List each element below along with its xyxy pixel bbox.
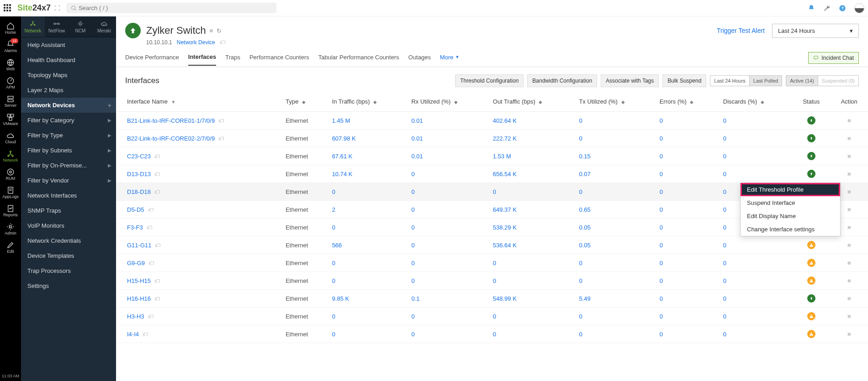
ctx-edit-display-name[interactable]: Edit Display Name <box>741 209 840 223</box>
row-action-icon[interactable]: ≡ <box>847 135 851 142</box>
threshold-config-button[interactable]: Threshold Configuration <box>455 74 524 87</box>
iconbar-cloud[interactable]: Cloud <box>0 129 21 147</box>
device-type-link[interactable]: Network Device <box>177 39 215 46</box>
subtab-network[interactable]: Network <box>21 16 45 37</box>
col-interface-name[interactable]: Interface Name ▼ <box>116 92 281 112</box>
tag-icon[interactable]: 🏷 <box>148 313 153 320</box>
subtab-netflow[interactable]: NetFlow <box>45 16 69 37</box>
last24-toggle[interactable]: Last 24 Hours <box>710 76 749 86</box>
iconbar-vmware[interactable]: VMware <box>0 110 21 129</box>
menu-filter-by-type[interactable]: Filter by Type▶ <box>21 128 116 143</box>
row-action-icon[interactable]: ≡ <box>847 277 851 284</box>
iconbar-applogs[interactable]: AppLogs <box>0 183 21 202</box>
logo[interactable]: Site24x7 <box>17 3 51 13</box>
row-action-icon[interactable]: ≡ <box>847 188 851 195</box>
menu-filter-by-vendor[interactable]: Filter by Vendor▶ <box>21 173 116 188</box>
tag-icon[interactable]: 🏷 <box>148 207 153 213</box>
menu-device-templates[interactable]: Device Templates <box>21 248 116 263</box>
associate-tags-button[interactable]: Associate with Tags <box>601 74 659 87</box>
search-input[interactable] <box>79 5 272 11</box>
wrench-icon[interactable] <box>823 5 831 12</box>
tag-icon[interactable]: 🏷 <box>154 296 160 302</box>
menu-voip-monitors[interactable]: VoIP Monitors <box>21 218 116 233</box>
row-action-icon[interactable]: ≡ <box>847 331 851 338</box>
col-in-traffic-bps-[interactable]: In Traffic (bps) ◆ <box>328 92 407 112</box>
apps-grid-icon[interactable] <box>4 4 12 12</box>
tag-icon[interactable]: 🏷 <box>148 260 154 266</box>
col-action[interactable]: Action <box>831 92 868 112</box>
tab-traps[interactable]: Traps <box>225 54 240 65</box>
iconbar-alarms[interactable]: Alarms13 <box>0 37 21 56</box>
subtab-ncm[interactable]: NCM <box>69 16 92 37</box>
interface-link[interactable]: B21-Link-to-IRF-CORE01-1/7/0/9 <box>127 117 215 124</box>
search-box[interactable] <box>66 3 276 13</box>
interface-link[interactable]: I4-I4 <box>127 331 139 338</box>
tag-icon[interactable]: 🏷 <box>218 118 224 124</box>
tag-icon[interactable]: 🏷 <box>220 39 225 46</box>
menu-filter-by-category[interactable]: Filter by Category▶ <box>21 113 116 128</box>
col-status[interactable]: Status <box>792 92 830 112</box>
active-filter[interactable]: Active (14) <box>786 76 818 86</box>
menu-trap-processors[interactable]: Trap Processors <box>21 263 116 278</box>
row-action-icon[interactable]: ≡ <box>847 153 851 160</box>
menu-layer-2-maps[interactable]: Layer 2 Maps <box>21 83 116 98</box>
expand-icon[interactable]: ⛶ <box>54 5 60 11</box>
row-action-icon[interactable]: ≡ <box>847 313 851 320</box>
help-icon[interactable]: ? <box>839 5 846 12</box>
tag-icon[interactable]: 🏷 <box>154 278 160 284</box>
lastpolled-toggle[interactable]: Last Polled <box>749 76 782 86</box>
row-action-icon[interactable]: ≡ <box>847 242 851 249</box>
iconbar-reports[interactable]: Reports <box>0 202 21 220</box>
iconbar-web[interactable]: Web <box>0 56 21 74</box>
trigger-test-alert-link[interactable]: Trigger Test Alert <box>717 27 765 34</box>
interface-link[interactable]: D13-D13 <box>127 171 151 177</box>
tag-icon[interactable]: 🏷 <box>147 224 152 231</box>
interface-link[interactable]: D18-D18 <box>127 188 151 195</box>
col-tx-utilized-[interactable]: Tx Utilized (%) ◆ <box>574 92 655 112</box>
iconbar-edit[interactable]: Edit <box>0 238 21 256</box>
interface-link[interactable]: G11-G11 <box>127 242 151 249</box>
tab-outages[interactable]: Outages <box>408 54 431 65</box>
row-action-icon[interactable]: ≡ <box>847 117 851 124</box>
tab-device-performance[interactable]: Device Performance <box>125 54 179 65</box>
bell-icon[interactable] <box>808 5 815 12</box>
col-discards-[interactable]: Discards (%) ◆ <box>719 92 792 112</box>
tab-more[interactable]: More ▼ <box>440 54 460 65</box>
menu-help-assistant[interactable]: Help Assistant <box>21 37 116 52</box>
bulk-suspend-button[interactable]: Bulk Suspend <box>662 74 706 87</box>
add-icon[interactable]: + <box>108 102 111 109</box>
tag-icon[interactable]: 🏷 <box>218 136 224 142</box>
interface-link[interactable]: D5-D5 <box>127 206 144 213</box>
ctx-edit-threshold-profile[interactable]: Edit Threshold Profile <box>741 183 840 196</box>
user-avatar[interactable] <box>854 3 864 13</box>
refresh-icon[interactable]: ↻ <box>217 27 222 34</box>
interface-link[interactable]: C23-C23 <box>127 153 151 160</box>
row-action-icon[interactable]: ≡ <box>847 206 851 213</box>
menu-filter-by-subnets[interactable]: Filter by Subnets▶ <box>21 143 116 158</box>
menu-network-interfaces[interactable]: Network Interfaces <box>21 188 116 203</box>
menu-topology-maps[interactable]: Topology Maps <box>21 68 116 83</box>
tag-icon[interactable]: 🏷 <box>154 171 160 177</box>
incident-chat-button[interactable]: Incident Chat <box>808 52 859 64</box>
menu-icon[interactable]: ≡ <box>210 27 213 34</box>
bandwidth-config-button[interactable]: Bandwidth Configuration <box>527 74 597 87</box>
tag-icon[interactable]: 🏷 <box>143 331 148 338</box>
interface-link[interactable]: B22-Link-to-IRF-CORE02-2/7/0/9 <box>127 135 215 142</box>
iconbar-apm[interactable]: APM <box>0 74 21 92</box>
ctx-change-interface-settings[interactable]: Change Interface settings <box>741 223 840 236</box>
tag-icon[interactable]: 🏷 <box>155 242 160 249</box>
suspended-filter[interactable]: Suspended (0) <box>818 76 858 86</box>
tab-tabular-performance-counters[interactable]: Tabular Performance Counters <box>318 54 399 65</box>
row-action-icon[interactable]: ≡ <box>847 295 851 302</box>
interface-link[interactable]: G9-G9 <box>127 260 145 266</box>
tab-interfaces[interactable]: Interfaces <box>188 53 216 66</box>
menu-network-credentials[interactable]: Network Credentials <box>21 233 116 248</box>
iconbar-rum[interactable]: RUM <box>0 165 21 183</box>
col-rx-utilized-[interactable]: Rx Utilized (%) ◆ <box>407 92 488 112</box>
tag-icon[interactable]: 🏷 <box>154 153 160 160</box>
ctx-suspend-interface[interactable]: Suspend Interface <box>741 196 840 209</box>
menu-filter-by-on-premise-[interactable]: Filter by On-Premise...▶ <box>21 158 116 173</box>
iconbar-admin[interactable]: Admin <box>0 220 21 238</box>
col-out-traffic-bps-[interactable]: Out Traffic (bps) ◆ <box>488 92 575 112</box>
interface-link[interactable]: H15-H15 <box>127 277 151 284</box>
